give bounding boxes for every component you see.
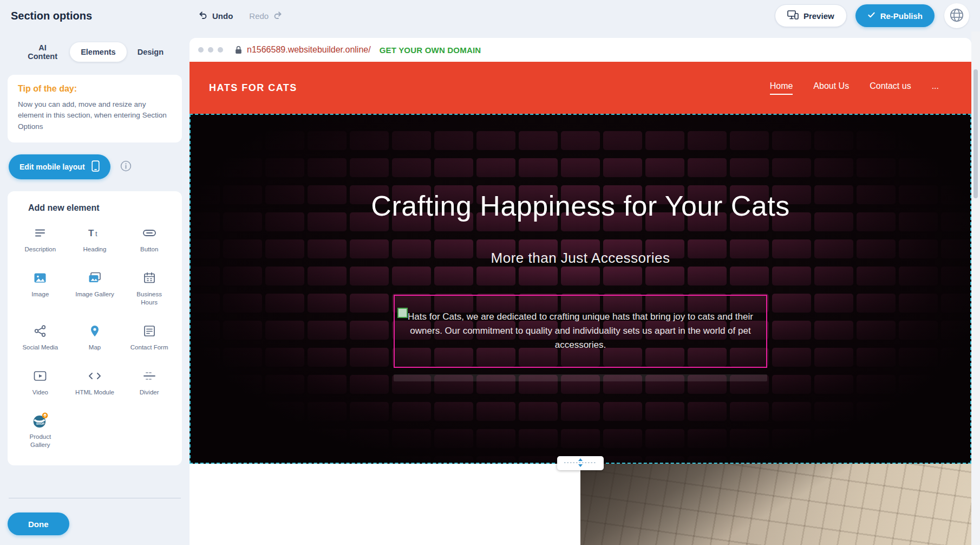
add-element-image[interactable]: Image bbox=[13, 270, 68, 307]
next-section[interactable] bbox=[190, 464, 971, 545]
topbar: Section options Undo Redo Preview bbox=[0, 0, 980, 31]
sidebar-divider bbox=[9, 498, 181, 498]
add-element-html-module[interactable]: HTML Module bbox=[68, 368, 122, 397]
business-hours-icon bbox=[143, 270, 156, 286]
hero-heading[interactable]: Crafting Happiness for Your Cats bbox=[371, 184, 789, 228]
add-element-description[interactable]: Description bbox=[13, 225, 68, 254]
sidebar-tabs: AI Content Elements Design bbox=[8, 35, 182, 75]
site-preview-window: n1566589.websitebuilder.online/ GET YOUR… bbox=[190, 38, 971, 545]
hero-subheading[interactable]: More than Just Accessories bbox=[491, 250, 670, 267]
window-dots bbox=[198, 47, 223, 53]
add-element-heading[interactable]: Tt Heading bbox=[68, 225, 122, 254]
svg-text:SHOP: SHOP bbox=[36, 422, 45, 425]
section-resize-handle[interactable] bbox=[557, 456, 604, 470]
window-dot bbox=[208, 47, 213, 53]
site-nav: Home About Us Contact us ... bbox=[770, 81, 952, 95]
undo-button[interactable]: Undo bbox=[198, 10, 233, 22]
next-section-photo bbox=[580, 464, 971, 545]
hero-paragraph-element-selected[interactable]: Hats for Cats, we are dedicated to craft… bbox=[394, 295, 767, 368]
undo-icon bbox=[198, 10, 208, 22]
add-element-product-gallery[interactable]: SHOP Product Gallery bbox=[13, 412, 68, 449]
info-icon bbox=[120, 160, 132, 173]
button-icon bbox=[142, 225, 156, 241]
redo-icon bbox=[273, 10, 283, 22]
add-element-social-media[interactable]: Social Media bbox=[13, 323, 68, 352]
window-dot bbox=[198, 47, 204, 53]
language-globe-button[interactable] bbox=[944, 3, 969, 28]
hero-paragraph: Hats for Cats, we are dedicated to craft… bbox=[401, 310, 760, 353]
description-icon bbox=[34, 225, 47, 241]
window-dot bbox=[218, 47, 223, 53]
divider-icon bbox=[142, 368, 156, 384]
product-gallery-icon: SHOP bbox=[31, 412, 49, 429]
tip-title: Tip of the day: bbox=[18, 84, 172, 94]
image-icon bbox=[33, 270, 47, 286]
element-grid: Description Tt Heading Button bbox=[13, 225, 177, 450]
nav-about-us[interactable]: About Us bbox=[813, 81, 849, 95]
body-row: AI Content Elements Design Tip of the da… bbox=[0, 31, 980, 545]
tip-of-the-day-card: Tip of the day: Now you can add, move an… bbox=[8, 75, 182, 142]
resize-arrows-icon bbox=[563, 457, 598, 470]
preview-button[interactable]: Preview bbox=[775, 4, 847, 27]
preview-devices-icon bbox=[787, 10, 799, 21]
sidebar-bottom: Done bbox=[8, 498, 182, 535]
phone-icon bbox=[92, 160, 100, 173]
browser-bar: n1566589.websitebuilder.online/ GET YOUR… bbox=[190, 38, 971, 62]
add-element-button[interactable]: Button bbox=[122, 225, 177, 254]
check-icon bbox=[867, 11, 876, 21]
social-media-icon bbox=[34, 323, 47, 339]
image-gallery-icon bbox=[88, 270, 102, 286]
tab-elements[interactable]: Elements bbox=[70, 42, 126, 62]
edit-mobile-layout-button[interactable]: Edit mobile layout bbox=[9, 154, 110, 179]
add-element-business-hours[interactable]: Business Hours bbox=[122, 270, 177, 307]
tip-body: Now you can add, move and resize any ele… bbox=[18, 99, 172, 132]
hero-section-selected[interactable]: Crafting Happiness for Your Cats More th… bbox=[190, 114, 971, 464]
add-element-contact-form[interactable]: Contact Form bbox=[122, 323, 177, 352]
html-module-icon bbox=[88, 368, 102, 384]
site-page: HATS FOR CATS Home About Us Contact us .… bbox=[190, 62, 971, 545]
done-button[interactable]: Done bbox=[8, 512, 69, 535]
globe-icon bbox=[949, 7, 965, 25]
video-icon bbox=[33, 368, 47, 384]
scrollbar-thumb[interactable] bbox=[974, 69, 978, 198]
add-element-map[interactable]: Map bbox=[68, 323, 122, 352]
element-ghost-bar bbox=[394, 374, 767, 381]
heading-icon: Tt bbox=[88, 225, 102, 241]
svg-text:t: t bbox=[95, 230, 97, 238]
page-scrollbar[interactable] bbox=[971, 31, 980, 545]
add-new-element-title: Add new element bbox=[28, 203, 177, 213]
page-title: Section options bbox=[0, 10, 190, 22]
nav-more-menu[interactable]: ... bbox=[932, 81, 939, 95]
map-pin-icon bbox=[89, 323, 101, 339]
add-element-divider[interactable]: Divider bbox=[122, 368, 177, 397]
svg-text:T: T bbox=[88, 228, 94, 238]
mobile-layout-row: Edit mobile layout bbox=[9, 154, 181, 179]
nav-home[interactable]: Home bbox=[770, 81, 793, 95]
add-element-video[interactable]: Video bbox=[13, 368, 68, 397]
republish-button[interactable]: Re-Publish bbox=[855, 4, 935, 27]
lock-icon bbox=[235, 46, 242, 54]
hero-content: Crafting Happiness for Your Cats More th… bbox=[191, 115, 970, 463]
section-options-sidebar: AI Content Elements Design Tip of the da… bbox=[0, 31, 190, 545]
get-own-domain-link[interactable]: GET YOUR OWN DOMAIN bbox=[380, 46, 481, 55]
history-controls: Undo Redo bbox=[198, 10, 283, 22]
contact-form-icon bbox=[143, 323, 156, 339]
website-builder-app: Section options Undo Redo Preview bbox=[0, 0, 980, 545]
tab-ai-content[interactable]: AI Content bbox=[15, 38, 70, 66]
site-url: n1566589.websitebuilder.online/ bbox=[247, 45, 371, 55]
site-header[interactable]: HATS FOR CATS Home About Us Contact us .… bbox=[190, 62, 971, 114]
add-element-image-gallery[interactable]: Image Gallery bbox=[68, 270, 122, 307]
element-drag-handle[interactable] bbox=[397, 308, 408, 318]
add-new-element-card: Add new element Description Tt Heading bbox=[8, 191, 182, 466]
redo-button[interactable]: Redo bbox=[249, 10, 283, 22]
site-logo[interactable]: HATS FOR CATS bbox=[209, 82, 297, 94]
mobile-layout-info-button[interactable] bbox=[120, 160, 132, 173]
editor-canvas: n1566589.websitebuilder.online/ GET YOUR… bbox=[190, 31, 971, 545]
next-section-white-column bbox=[190, 464, 580, 545]
tab-design[interactable]: Design bbox=[127, 42, 174, 62]
nav-contact-us[interactable]: Contact us bbox=[870, 81, 911, 95]
